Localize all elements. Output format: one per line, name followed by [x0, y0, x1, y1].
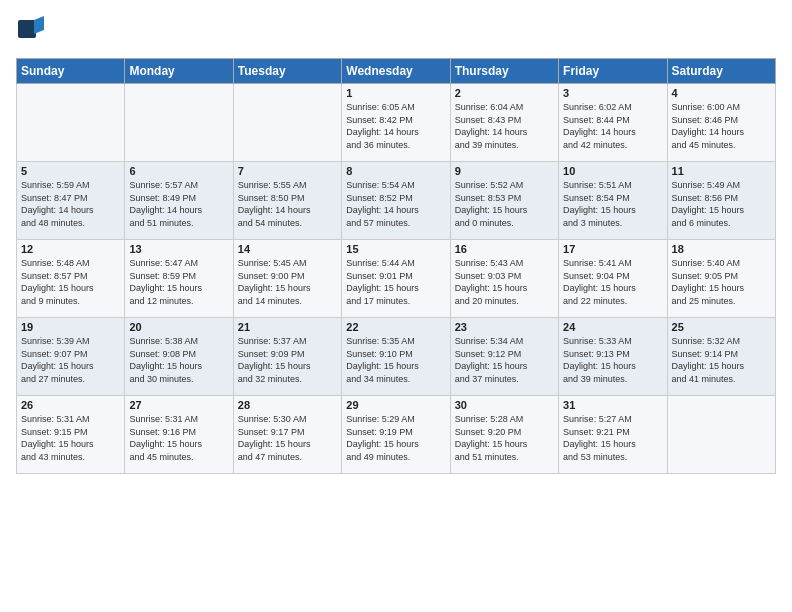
day-info: Sunrise: 5:48 AM Sunset: 8:57 PM Dayligh…: [21, 258, 94, 306]
calendar-cell: [17, 84, 125, 162]
day-info: Sunrise: 5:27 AM Sunset: 9:21 PM Dayligh…: [563, 414, 636, 462]
day-number: 23: [455, 321, 554, 333]
calendar-cell: 31Sunrise: 5:27 AM Sunset: 9:21 PM Dayli…: [559, 396, 667, 474]
day-number: 5: [21, 165, 120, 177]
weekday-header-cell: Wednesday: [342, 59, 450, 84]
calendar-cell: 21Sunrise: 5:37 AM Sunset: 9:09 PM Dayli…: [233, 318, 341, 396]
day-number: 19: [21, 321, 120, 333]
day-number: 8: [346, 165, 445, 177]
day-number: 24: [563, 321, 662, 333]
logo-icon: [16, 12, 48, 44]
calendar-cell: 25Sunrise: 5:32 AM Sunset: 9:14 PM Dayli…: [667, 318, 775, 396]
day-number: 27: [129, 399, 228, 411]
calendar-cell: 7Sunrise: 5:55 AM Sunset: 8:50 PM Daylig…: [233, 162, 341, 240]
day-info: Sunrise: 5:54 AM Sunset: 8:52 PM Dayligh…: [346, 180, 419, 228]
calendar-cell: 18Sunrise: 5:40 AM Sunset: 9:05 PM Dayli…: [667, 240, 775, 318]
day-number: 3: [563, 87, 662, 99]
day-info: Sunrise: 5:39 AM Sunset: 9:07 PM Dayligh…: [21, 336, 94, 384]
calendar-cell: 4Sunrise: 6:00 AM Sunset: 8:46 PM Daylig…: [667, 84, 775, 162]
day-number: 25: [672, 321, 771, 333]
day-info: Sunrise: 5:52 AM Sunset: 8:53 PM Dayligh…: [455, 180, 528, 228]
day-number: 12: [21, 243, 120, 255]
day-number: 2: [455, 87, 554, 99]
calendar-cell: 2Sunrise: 6:04 AM Sunset: 8:43 PM Daylig…: [450, 84, 558, 162]
day-number: 18: [672, 243, 771, 255]
weekday-header-cell: Sunday: [17, 59, 125, 84]
day-info: Sunrise: 5:37 AM Sunset: 9:09 PM Dayligh…: [238, 336, 311, 384]
day-info: Sunrise: 5:40 AM Sunset: 9:05 PM Dayligh…: [672, 258, 745, 306]
day-info: Sunrise: 5:35 AM Sunset: 9:10 PM Dayligh…: [346, 336, 419, 384]
day-info: Sunrise: 6:04 AM Sunset: 8:43 PM Dayligh…: [455, 102, 528, 150]
calendar-cell: 27Sunrise: 5:31 AM Sunset: 9:16 PM Dayli…: [125, 396, 233, 474]
calendar-cell: 15Sunrise: 5:44 AM Sunset: 9:01 PM Dayli…: [342, 240, 450, 318]
day-info: Sunrise: 5:32 AM Sunset: 9:14 PM Dayligh…: [672, 336, 745, 384]
calendar-cell: 28Sunrise: 5:30 AM Sunset: 9:17 PM Dayli…: [233, 396, 341, 474]
calendar-week-row: 12Sunrise: 5:48 AM Sunset: 8:57 PM Dayli…: [17, 240, 776, 318]
day-info: Sunrise: 5:59 AM Sunset: 8:47 PM Dayligh…: [21, 180, 94, 228]
day-number: 17: [563, 243, 662, 255]
day-info: Sunrise: 6:02 AM Sunset: 8:44 PM Dayligh…: [563, 102, 636, 150]
day-number: 15: [346, 243, 445, 255]
day-number: 1: [346, 87, 445, 99]
day-number: 6: [129, 165, 228, 177]
calendar-week-row: 19Sunrise: 5:39 AM Sunset: 9:07 PM Dayli…: [17, 318, 776, 396]
day-info: Sunrise: 6:05 AM Sunset: 8:42 PM Dayligh…: [346, 102, 419, 150]
day-number: 11: [672, 165, 771, 177]
calendar-cell: 11Sunrise: 5:49 AM Sunset: 8:56 PM Dayli…: [667, 162, 775, 240]
svg-rect-0: [18, 20, 36, 38]
svg-marker-1: [34, 16, 44, 34]
calendar-table: SundayMondayTuesdayWednesdayThursdayFrid…: [16, 58, 776, 474]
calendar-week-row: 1Sunrise: 6:05 AM Sunset: 8:42 PM Daylig…: [17, 84, 776, 162]
day-number: 30: [455, 399, 554, 411]
day-number: 20: [129, 321, 228, 333]
calendar-cell: 22Sunrise: 5:35 AM Sunset: 9:10 PM Dayli…: [342, 318, 450, 396]
calendar-week-row: 26Sunrise: 5:31 AM Sunset: 9:15 PM Dayli…: [17, 396, 776, 474]
calendar-cell: 10Sunrise: 5:51 AM Sunset: 8:54 PM Dayli…: [559, 162, 667, 240]
day-info: Sunrise: 5:38 AM Sunset: 9:08 PM Dayligh…: [129, 336, 202, 384]
calendar-cell: [667, 396, 775, 474]
calendar-week-row: 5Sunrise: 5:59 AM Sunset: 8:47 PM Daylig…: [17, 162, 776, 240]
page-container: SundayMondayTuesdayWednesdayThursdayFrid…: [0, 0, 792, 482]
weekday-header-cell: Saturday: [667, 59, 775, 84]
calendar-cell: 6Sunrise: 5:57 AM Sunset: 8:49 PM Daylig…: [125, 162, 233, 240]
day-info: Sunrise: 5:34 AM Sunset: 9:12 PM Dayligh…: [455, 336, 528, 384]
day-number: 29: [346, 399, 445, 411]
day-info: Sunrise: 5:47 AM Sunset: 8:59 PM Dayligh…: [129, 258, 202, 306]
day-info: Sunrise: 5:31 AM Sunset: 9:15 PM Dayligh…: [21, 414, 94, 462]
day-info: Sunrise: 5:31 AM Sunset: 9:16 PM Dayligh…: [129, 414, 202, 462]
day-number: 10: [563, 165, 662, 177]
calendar-cell: 26Sunrise: 5:31 AM Sunset: 9:15 PM Dayli…: [17, 396, 125, 474]
day-number: 4: [672, 87, 771, 99]
day-number: 7: [238, 165, 337, 177]
logo: [16, 12, 50, 48]
day-info: Sunrise: 5:45 AM Sunset: 9:00 PM Dayligh…: [238, 258, 311, 306]
day-info: Sunrise: 5:55 AM Sunset: 8:50 PM Dayligh…: [238, 180, 311, 228]
weekday-header-cell: Monday: [125, 59, 233, 84]
day-number: 28: [238, 399, 337, 411]
calendar-cell: 16Sunrise: 5:43 AM Sunset: 9:03 PM Dayli…: [450, 240, 558, 318]
calendar-cell: [233, 84, 341, 162]
calendar-cell: 20Sunrise: 5:38 AM Sunset: 9:08 PM Dayli…: [125, 318, 233, 396]
calendar-cell: [125, 84, 233, 162]
calendar-cell: 30Sunrise: 5:28 AM Sunset: 9:20 PM Dayli…: [450, 396, 558, 474]
header: [16, 12, 776, 48]
calendar-cell: 19Sunrise: 5:39 AM Sunset: 9:07 PM Dayli…: [17, 318, 125, 396]
day-number: 21: [238, 321, 337, 333]
calendar-cell: 24Sunrise: 5:33 AM Sunset: 9:13 PM Dayli…: [559, 318, 667, 396]
calendar-cell: 3Sunrise: 6:02 AM Sunset: 8:44 PM Daylig…: [559, 84, 667, 162]
day-info: Sunrise: 5:49 AM Sunset: 8:56 PM Dayligh…: [672, 180, 745, 228]
day-info: Sunrise: 5:41 AM Sunset: 9:04 PM Dayligh…: [563, 258, 636, 306]
day-info: Sunrise: 5:30 AM Sunset: 9:17 PM Dayligh…: [238, 414, 311, 462]
day-info: Sunrise: 5:43 AM Sunset: 9:03 PM Dayligh…: [455, 258, 528, 306]
day-info: Sunrise: 5:29 AM Sunset: 9:19 PM Dayligh…: [346, 414, 419, 462]
day-info: Sunrise: 5:51 AM Sunset: 8:54 PM Dayligh…: [563, 180, 636, 228]
day-info: Sunrise: 5:57 AM Sunset: 8:49 PM Dayligh…: [129, 180, 202, 228]
weekday-header-cell: Friday: [559, 59, 667, 84]
day-number: 9: [455, 165, 554, 177]
calendar-cell: 13Sunrise: 5:47 AM Sunset: 8:59 PM Dayli…: [125, 240, 233, 318]
calendar-cell: 17Sunrise: 5:41 AM Sunset: 9:04 PM Dayli…: [559, 240, 667, 318]
calendar-cell: 14Sunrise: 5:45 AM Sunset: 9:00 PM Dayli…: [233, 240, 341, 318]
weekday-header-cell: Tuesday: [233, 59, 341, 84]
day-info: Sunrise: 5:44 AM Sunset: 9:01 PM Dayligh…: [346, 258, 419, 306]
calendar-cell: 8Sunrise: 5:54 AM Sunset: 8:52 PM Daylig…: [342, 162, 450, 240]
